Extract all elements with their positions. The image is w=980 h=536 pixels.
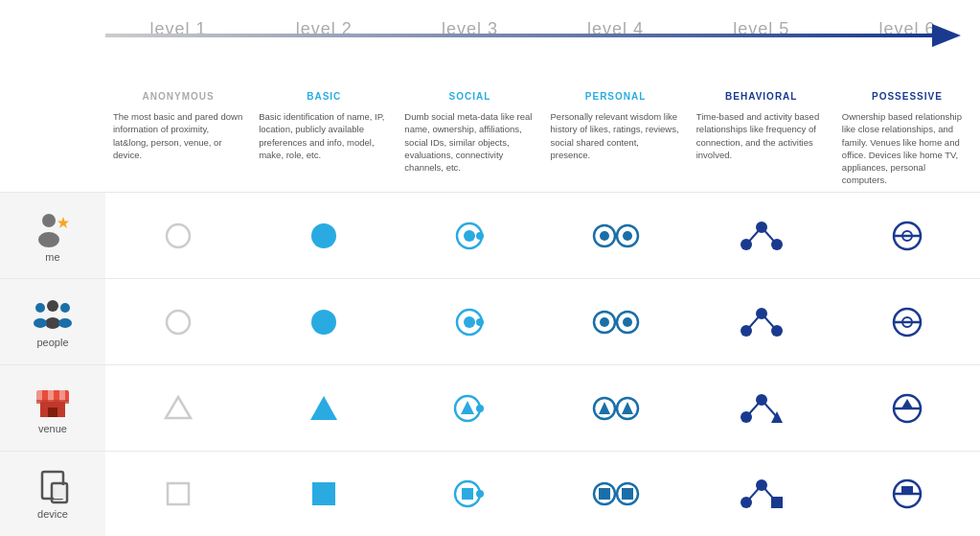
venue-l1 xyxy=(105,365,251,451)
people-data-cells xyxy=(105,279,980,364)
venue-l3 xyxy=(397,365,542,451)
venue-icon xyxy=(33,383,73,419)
network-nodes-square xyxy=(737,476,786,512)
svg-point-6 xyxy=(464,230,475,242)
me-l6 xyxy=(834,193,980,278)
svg-point-21 xyxy=(45,317,60,329)
progress-arrow xyxy=(105,29,961,42)
double-circle-triangle xyxy=(591,393,641,424)
people-l5 xyxy=(689,279,834,364)
svg-point-61 xyxy=(756,394,767,406)
row-venue: venue xyxy=(0,364,980,451)
me-l1 xyxy=(105,193,251,278)
svg-point-26 xyxy=(167,311,190,334)
descriptions: The most basic and pared down informatio… xyxy=(105,110,980,187)
row-me: me xyxy=(0,192,980,278)
svg-rect-49 xyxy=(36,400,69,404)
device-l6 xyxy=(834,452,980,536)
cat-anonymous: ANONYMOUS xyxy=(105,91,251,102)
me-l3 xyxy=(397,193,542,278)
circle-outline-gray xyxy=(163,221,194,251)
people-l2 xyxy=(251,279,397,364)
device-l4 xyxy=(543,452,689,536)
me-label: me xyxy=(45,251,59,263)
venue-label: venue xyxy=(38,423,67,434)
cat-behavioral: BEHAVIORAL xyxy=(689,91,834,102)
people-l3 xyxy=(397,279,542,364)
network-nodes xyxy=(737,218,786,254)
svg-point-54 xyxy=(476,405,484,412)
svg-point-23 xyxy=(34,318,47,328)
device-l5 xyxy=(689,452,834,536)
circle-filled-blue-p xyxy=(308,307,339,338)
circle-outline-gray-p xyxy=(163,307,194,338)
me-data-cells xyxy=(105,193,980,278)
cat-possessive: POSSESSIVE xyxy=(834,91,980,102)
row-device: device xyxy=(0,451,980,536)
svg-marker-53 xyxy=(461,401,474,414)
desc-possessive: Ownership based relationship like close … xyxy=(834,110,980,187)
circle-square-dot xyxy=(451,478,488,509)
device-l3 xyxy=(397,452,542,536)
svg-point-15 xyxy=(741,239,752,250)
network-nodes-p xyxy=(737,304,786,340)
device-icon xyxy=(34,468,71,504)
me-l2 xyxy=(251,193,397,278)
category-labels: ANONYMOUS BASIC SOCIAL PERSONAL BEHAVIOR… xyxy=(105,91,980,102)
people-icon xyxy=(33,296,73,333)
svg-point-4 xyxy=(311,223,336,248)
svg-point-20 xyxy=(47,300,58,312)
svg-point-7 xyxy=(476,232,484,240)
svg-rect-48 xyxy=(48,408,57,417)
double-circle-blue xyxy=(591,221,641,251)
svg-marker-50 xyxy=(166,397,191,418)
svg-rect-86 xyxy=(901,486,913,494)
desc-personal: Personally relevant wisdom like history … xyxy=(543,110,689,187)
svg-point-1 xyxy=(38,232,59,247)
square-filled-blue xyxy=(309,479,338,508)
svg-point-11 xyxy=(623,231,632,241)
venue-l6 xyxy=(834,365,980,451)
people-l6 xyxy=(834,279,980,364)
device-data-cells xyxy=(105,452,980,536)
svg-rect-83 xyxy=(771,497,783,508)
svg-point-74 xyxy=(476,490,484,498)
desc-social: Dumb social meta-data like real name, ow… xyxy=(397,110,542,187)
venue-l5 xyxy=(689,365,834,451)
svg-marker-2 xyxy=(57,217,69,228)
svg-point-32 xyxy=(600,317,609,327)
venue-l2 xyxy=(251,365,397,451)
square-outline-gray xyxy=(164,479,193,508)
me-l4 xyxy=(543,193,689,278)
grid-area: me xyxy=(0,192,980,536)
cat-basic: BASIC xyxy=(251,91,397,102)
svg-point-38 xyxy=(741,325,752,337)
device-l2 xyxy=(251,452,397,536)
svg-marker-58 xyxy=(622,402,633,414)
desc-anonymous: The most basic and pared down informatio… xyxy=(105,110,251,187)
svg-point-3 xyxy=(167,224,190,247)
desc-behavioral: Time-based and activity based relationsh… xyxy=(689,110,834,187)
sidebar-people: people xyxy=(0,279,105,364)
circle-ring-dot-p xyxy=(451,307,488,338)
svg-point-27 xyxy=(311,310,336,335)
device-l1 xyxy=(105,452,251,536)
svg-rect-78 xyxy=(622,488,633,500)
circle-filled-blue xyxy=(308,221,339,251)
svg-rect-69 xyxy=(54,485,65,499)
double-circle-square xyxy=(591,478,641,509)
row-people: people xyxy=(0,278,980,364)
svg-marker-51 xyxy=(310,396,337,420)
people-label: people xyxy=(36,337,68,348)
svg-point-39 xyxy=(771,325,783,337)
circle-divided-square xyxy=(890,477,924,511)
circle-divided xyxy=(890,219,924,253)
svg-marker-66 xyxy=(901,399,913,408)
desc-basic: Basic identification of name, IP, locati… xyxy=(251,110,397,187)
svg-point-16 xyxy=(771,239,783,250)
svg-point-81 xyxy=(756,479,767,491)
svg-point-34 xyxy=(623,317,632,327)
cat-social: SOCIAL xyxy=(397,91,542,102)
svg-point-9 xyxy=(600,231,609,241)
sidebar-me: me xyxy=(0,193,105,278)
